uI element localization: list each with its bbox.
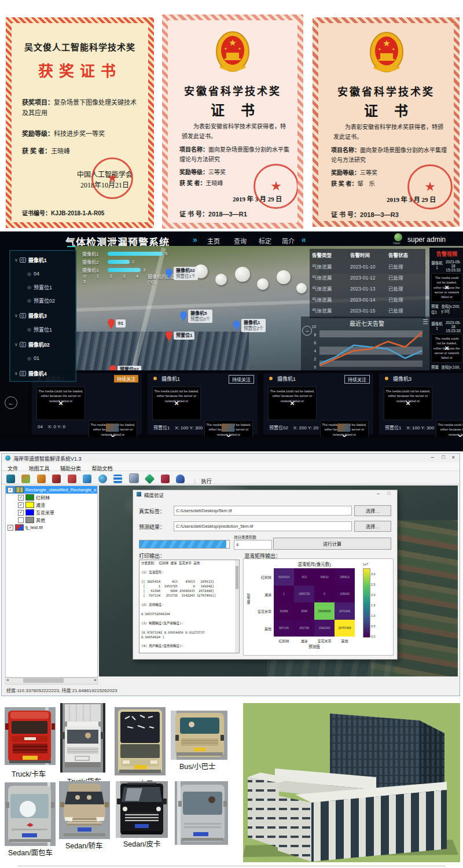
checkbox[interactable]: ✓ (8, 487, 13, 493)
svg-text:★: ★ (378, 47, 381, 51)
checkbox[interactable]: ✓ (8, 525, 13, 531)
card-video[interactable]: The media could not be loaded, either be… (268, 387, 317, 420)
console-output[interactable]: 分类类别： 红树林 滩涂 互花米草 其他 (1) 混淆矩阵: [[ 302541… (139, 560, 240, 653)
red-seal: ★ (407, 164, 453, 209)
card-video[interactable]: The media could not be loaded, either be… (436, 420, 463, 437)
layer-class[interactable]: ✓红树林 (6, 494, 97, 501)
tree-preset[interactable]: ◎01 (10, 354, 76, 363)
tiles-icon[interactable] (113, 475, 122, 483)
layer-class[interactable]: ✓互花米草 (6, 509, 97, 516)
carousel-card[interactable]: 摄像机1 持续关注 The media could not be loaded,… (148, 373, 258, 435)
nav-next-icon[interactable]: « (302, 235, 306, 244)
truck-red-image (5, 707, 56, 765)
scroll-left-icon[interactable]: ◄ (6, 678, 9, 682)
minimize-button[interactable]: − (377, 491, 380, 496)
diamond-icon[interactable] (145, 473, 155, 484)
card-thumbnail[interactable] (337, 424, 350, 432)
video-player[interactable]: The media could not be loaded, either be… (431, 334, 462, 363)
checkbox[interactable]: ✓ (18, 502, 24, 508)
star-icon: ★ (424, 179, 436, 194)
card-thumbnail[interactable] (222, 424, 234, 432)
maximize-button[interactable]: □ (442, 454, 445, 460)
compute-button[interactable]: 进行计算 (273, 538, 391, 550)
tree-camera[interactable]: ∨摄像机4 (10, 369, 76, 378)
browse-truth-button[interactable]: 选择… (354, 505, 391, 516)
axis-ticks: 0 1 2 3 4 5 (83, 274, 148, 284)
binoculars-icon[interactable] (6, 475, 15, 483)
add-image-icon[interactable] (21, 475, 30, 483)
checkbox[interactable]: ✓ (18, 495, 24, 501)
bottom-divider (17, 866, 446, 866)
checkbox[interactable]: ✓ (18, 510, 24, 516)
carousel-card[interactable]: 摄像机1 持续关注 The media could not be loaded,… (32, 373, 142, 435)
map-pin-camera1[interactable]: 摄像机1预置位2个 (233, 320, 241, 332)
class-count-input[interactable] (234, 540, 272, 550)
zoom-in-icon[interactable] (68, 475, 76, 483)
video-player[interactable]: The media could not be loaded, either be… (431, 273, 462, 302)
username[interactable]: super admin (407, 236, 446, 244)
browse-prediction-button[interactable]: 选择… (354, 521, 391, 532)
close-button[interactable]: × (451, 454, 455, 461)
zoom-out-icon[interactable] (52, 475, 61, 483)
scrollbar-thumb[interactable] (236, 566, 238, 589)
prediction-label: 预测结果： (139, 523, 165, 531)
menu-icon[interactable]: ☰ (422, 318, 428, 326)
tree-preset[interactable]: ◎预置位02 (10, 296, 76, 305)
scrollbar-thumb[interactable] (23, 678, 64, 683)
award-name: 安徽省科学技术奖 (168, 83, 297, 98)
carousel-card[interactable]: 摄像机1 持续关注 The media could not be loaded,… (263, 373, 373, 435)
nav-prev-icon[interactable]: » (193, 235, 197, 244)
alarm-row[interactable]: 气体泄漏2023-01-10已处理 (310, 262, 425, 273)
layer-raster[interactable]: ✓tj_test.tif (6, 524, 97, 531)
alarm-row[interactable]: 气体泄漏2023-01-15已处理 (310, 306, 425, 317)
layer-class[interactable]: ✓滩涂 (6, 501, 97, 509)
card-video[interactable]: The media could not be loaded, either be… (384, 387, 432, 420)
carousel-card[interactable]: 摄像机3 The media could not be loaded, eith… (379, 373, 463, 435)
run-button[interactable]: 执行 (194, 479, 211, 484)
alarm-row[interactable]: 气体泄漏2023-01-12已处理 (310, 273, 425, 284)
card-thumbnail[interactable] (106, 424, 119, 432)
follow-badge[interactable]: 持续关注 (229, 375, 254, 384)
avatar[interactable] (394, 233, 402, 241)
tree-preset[interactable]: ◎预置位1 (10, 282, 76, 292)
layer-root[interactable]: ✓ Rectangle_classified_Rectangle_e (6, 486, 97, 494)
export-icon[interactable] (161, 475, 170, 483)
image-icon[interactable] (129, 473, 139, 483)
follow-badge[interactable]: 持续关注 (114, 375, 138, 382)
class-swatch (25, 502, 34, 508)
follow-badge[interactable]: 持续关注 (344, 375, 370, 384)
globe-icon[interactable] (98, 475, 107, 483)
map-pin-01[interactable]: 01 (107, 318, 115, 330)
colorbar (363, 568, 370, 638)
tree-preset[interactable]: ◎预置位1 (10, 325, 76, 334)
refresh-icon[interactable] (83, 475, 91, 483)
tree-preset[interactable]: ◎04 (10, 269, 76, 278)
heatmap-col-label: 其他 (333, 638, 357, 643)
layer-class[interactable]: 其他 (6, 516, 97, 524)
truth-path-input[interactable] (174, 506, 352, 516)
tree-camera[interactable]: ∨摄像机02 (10, 340, 76, 349)
checkbox[interactable] (18, 517, 24, 523)
alarm-row[interactable]: 气体泄漏2023-01-13已处理 (310, 284, 425, 295)
maximize-button[interactable]: □ (387, 491, 390, 496)
map-pin-camera02[interactable]: 摄像机02预置位1个 (165, 268, 173, 279)
carousel-prev-button[interactable]: ← (5, 396, 17, 409)
minimize-button[interactable]: − (431, 454, 434, 461)
h-scrollbar[interactable]: ◄ ► (5, 678, 98, 685)
card-video[interactable]: The media could not be loaded, either be… (36, 387, 85, 420)
heatmap-xlabel: 预测值 (274, 643, 355, 649)
map-pin-preset1[interactable]: 预置位1 (165, 330, 173, 342)
prediction-path-input[interactable] (174, 521, 352, 531)
site-map[interactable]: 摄像机15 摄像机22 摄像机33 0 1 2 3 4 5 摄像机内部温度(°C… (75, 246, 463, 385)
field-label: 奖励等级： (179, 169, 208, 175)
card-video[interactable]: The media could not be loaded, either be… (152, 387, 201, 420)
scrollbar[interactable] (235, 560, 239, 653)
delete-icon[interactable] (37, 475, 46, 483)
user-icon[interactable] (176, 475, 185, 483)
temp-bar (108, 252, 163, 256)
tree-camera[interactable]: ∨摄像机1 (10, 255, 76, 264)
tree-camera[interactable]: ∨摄像机3 (10, 311, 76, 320)
alarm-row[interactable]: 气体泄漏2023-01-14已处理 (310, 295, 425, 306)
map-pin-camera5[interactable]: 摄像机5预置位0个 (179, 311, 188, 322)
scroll-right-icon[interactable]: ► (94, 678, 97, 682)
